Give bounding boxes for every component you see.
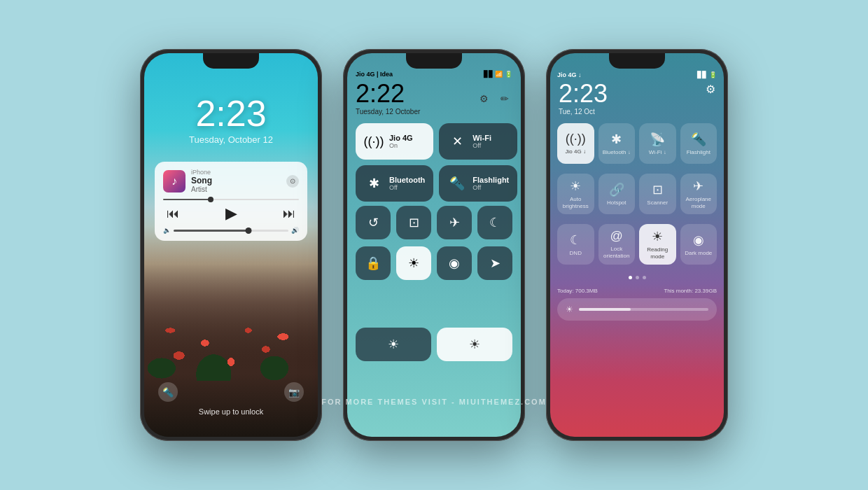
p3-jio-icon: ((·)) (566, 132, 586, 146)
cc-hotspot-tile[interactable]: ↺ (356, 206, 391, 239)
music-header: ♪ iPhone Song Artist ⊙ (163, 169, 299, 193)
p3-flashlight-icon: 🔦 (691, 132, 706, 147)
p3-wifi-icon: 📡 (650, 132, 665, 147)
p3-data-today: Today: 700.3MB (557, 288, 598, 294)
play-button[interactable]: ▶ (225, 204, 237, 223)
p3-wifi-label: Wi-Fi ↓ (649, 149, 666, 156)
music-artist: Artist (191, 186, 281, 193)
flashlight-cc-icon: 🔦 (447, 174, 467, 193)
p3-settings-icon[interactable]: ⚙ (706, 83, 715, 96)
flashlight-button[interactable]: 🔦 (158, 382, 178, 402)
cc-status-bar: Jio 4G | Idea ▊▊ 📶 🔋 (356, 71, 512, 78)
p3-dnd-label: DND (570, 250, 582, 257)
p3-orientation-icon: @ (610, 229, 623, 244)
miui-bg: Jio 4G ↓ ▊▊ 🔋 2:23 Tue, 12 Oct ⚙ ((·)) J… (550, 53, 724, 437)
wifi-text: Wi-Fi Off (472, 134, 491, 149)
cc-date: Tuesday, 12 October (356, 108, 420, 115)
p3-scanner-icon: ⊡ (652, 182, 663, 197)
phone-1: 2:23 Tuesday, October 12 ♪ iPhone Song A… (140, 49, 322, 441)
p3-tile-autobrightness[interactable]: ☀ Auto brightness (557, 174, 594, 214)
p3-flashlight-label: Flashlight (687, 149, 710, 156)
cc-tile-flashlight[interactable]: 🔦 Flashlight Off (439, 165, 517, 202)
p3-tile-dnd[interactable]: ☾ DND (557, 224, 594, 265)
p3-brightness-bar[interactable] (579, 308, 708, 311)
phone-2-screen: Jio 4G | Idea ▊▊ 📶 🔋 2:22 Tuesday, 12 Oc… (347, 53, 521, 437)
p3-hotspot-label: Hotspot (607, 200, 626, 206)
cc-screenshot-tile[interactable]: ⊡ (396, 206, 431, 239)
p3-tile-orientation[interactable]: @ Lock orientation (598, 224, 636, 265)
p3-scanner-label: Scanner (647, 200, 668, 206)
bluetooth-label: Bluetooth (389, 176, 425, 184)
cc-lock-tile[interactable]: 🔒 (356, 246, 391, 280)
cc-row4: ↺ ⊡ ✈ ☾ (356, 206, 512, 239)
p3-time: 2:23 (559, 81, 608, 106)
cc-brightness-tile[interactable]: ☀ (396, 246, 431, 280)
cc-brightness-low[interactable]: ☀ (356, 328, 431, 361)
cc-time-block: 2:22 Tuesday, 12 October (356, 81, 420, 115)
airplay-button[interactable]: ⊙ (286, 175, 299, 188)
forward-button[interactable]: ⏭ (283, 206, 295, 221)
p3-tile-scanner[interactable]: ⊡ Scanner (639, 174, 676, 214)
p3-bluetooth-label: Bluetooth ↓ (603, 149, 631, 156)
watermark: FOR MORE THEMES VISIT - MIUITHEMEZ.COM (321, 398, 547, 406)
p3-dot-2 (636, 276, 639, 279)
cc-reading-tile[interactable]: ◉ (437, 246, 472, 280)
swipe-to-unlock: Swipe up to unlock (144, 407, 318, 416)
cc-row5: 🔒 ☀ ◉ ➤ (356, 246, 512, 280)
p3-brightness-fill (579, 308, 631, 311)
progress-thumb (208, 197, 214, 202)
p3-reading-icon: ☀ (652, 229, 663, 244)
cc-moon-tile[interactable]: ☾ (477, 206, 512, 239)
p3-data-month: This month: 23.39GB (664, 288, 717, 294)
p3-tile-jio[interactable]: ((·)) Jio 4G ↓ (557, 123, 594, 164)
progress-fill (163, 199, 211, 200)
music-progress-bar[interactable] (163, 199, 299, 200)
music-info: iPhone Song Artist (191, 169, 281, 193)
jio-sub: On (389, 142, 413, 149)
cc-header: 2:22 Tuesday, 12 October ⚙ ✏ (356, 81, 512, 115)
rewind-button[interactable]: ⏮ (167, 206, 179, 221)
jio-label: Jio 4G (389, 134, 413, 142)
p3-tile-hotspot[interactable]: 🔗 Hotspot (598, 174, 636, 214)
p3-grid1: ((·)) Jio 4G ↓ ✱ Bluetooth ↓ 📡 Wi-Fi ↓ 🔦… (557, 123, 717, 164)
p3-status-icons: ▊▊ 🔋 (697, 71, 717, 78)
cc-tile-bluetooth[interactable]: ✱ Bluetooth Off (356, 165, 433, 202)
p3-tile-airplane[interactable]: ✈ Aeroplane mode (680, 174, 718, 214)
bluetooth-sub: Off (389, 184, 425, 191)
edit-icon[interactable]: ✏ (497, 91, 512, 106)
flashlight-text: Flashlight Off (472, 176, 509, 191)
cc-header-icons: ⚙ ✏ (476, 91, 512, 106)
p3-bluetooth-icon: ✱ (611, 132, 622, 147)
lock-time-display: 2:23 (144, 95, 318, 132)
cc-tile-wifi[interactable]: ✕ Wi-Fi Off (439, 123, 517, 160)
p3-tile-wifi[interactable]: 📡 Wi-Fi ↓ (639, 123, 676, 164)
camera-button[interactable]: 📷 (284, 382, 304, 402)
p3-tile-flashlight[interactable]: 🔦 Flashlight (680, 123, 718, 164)
carrier-name: Jio 4G | Idea (356, 71, 393, 78)
p3-airplane-icon: ✈ (693, 178, 704, 194)
settings-icon[interactable]: ⚙ (476, 91, 491, 106)
p3-data-usage: Today: 700.3MB This month: 23.39GB (557, 288, 717, 294)
flashlight-label: Flashlight (472, 176, 509, 184)
p3-brightness-row[interactable]: ☀ (557, 298, 717, 321)
volume-high-icon: 🔊 (291, 227, 299, 234)
volume-control[interactable]: 🔈 🔊 (163, 227, 299, 234)
music-app-icon: ♪ (163, 170, 186, 192)
notch-2 (406, 53, 462, 69)
p3-tile-darkmode[interactable]: ◉ Dark mode (680, 224, 718, 265)
cc-tile-jio[interactable]: ((·)) Jio 4G On (356, 123, 433, 160)
volume-bar[interactable] (174, 230, 288, 232)
p3-brightness-icon: ☀ (566, 304, 573, 314)
cc-brightness-slider[interactable]: ☀ (437, 328, 512, 361)
p3-dnd-icon: ☾ (570, 232, 581, 248)
phone-3-screen: Jio 4G ↓ ▊▊ 🔋 2:23 Tue, 12 Oct ⚙ ((·)) J… (550, 53, 724, 437)
cc-time: 2:22 (356, 81, 420, 106)
lockscreen-bg: 2:23 Tuesday, October 12 ♪ iPhone Song A… (144, 53, 318, 437)
music-widget[interactable]: ♪ iPhone Song Artist ⊙ ⏮ ▶ ⏭ (155, 162, 307, 241)
lock-date-display: Tuesday, October 12 (144, 134, 318, 145)
cc-location-tile[interactable]: ➤ (477, 246, 512, 280)
phone-1-screen: 2:23 Tuesday, October 12 ♪ iPhone Song A… (144, 53, 318, 437)
cc-airplane-tile[interactable]: ✈ (437, 206, 472, 239)
p3-tile-reading[interactable]: ☀ Reading mode (639, 224, 676, 265)
p3-tile-bluetooth[interactable]: ✱ Bluetooth ↓ (598, 123, 636, 164)
